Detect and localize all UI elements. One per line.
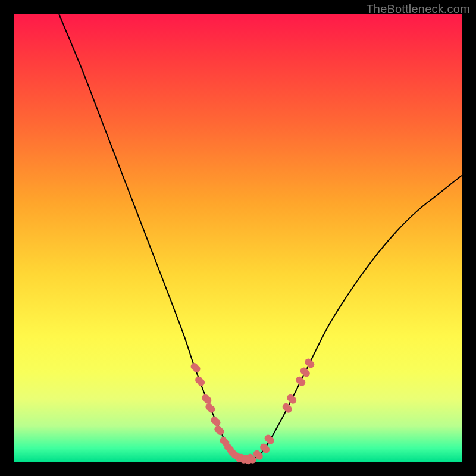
marker-dot — [298, 379, 305, 386]
marker-dot — [198, 379, 205, 386]
chart-frame — [14, 14, 462, 462]
marker-dot — [303, 370, 310, 377]
marker-dot — [249, 456, 256, 464]
marker-dot — [262, 446, 270, 453]
marker-dot — [193, 365, 201, 372]
marker-dot — [267, 437, 274, 444]
marker-dot — [213, 419, 220, 426]
marker-dot — [208, 406, 215, 413]
curve-markers — [191, 359, 315, 465]
bottleneck-curve — [59, 14, 462, 459]
marker-dot — [289, 397, 296, 404]
marker-dot — [256, 453, 263, 460]
marker-dot — [217, 428, 224, 435]
marker-dot — [307, 361, 314, 368]
marker-dot — [204, 397, 211, 404]
marker-dot — [285, 406, 292, 413]
chart-svg — [14, 14, 462, 462]
